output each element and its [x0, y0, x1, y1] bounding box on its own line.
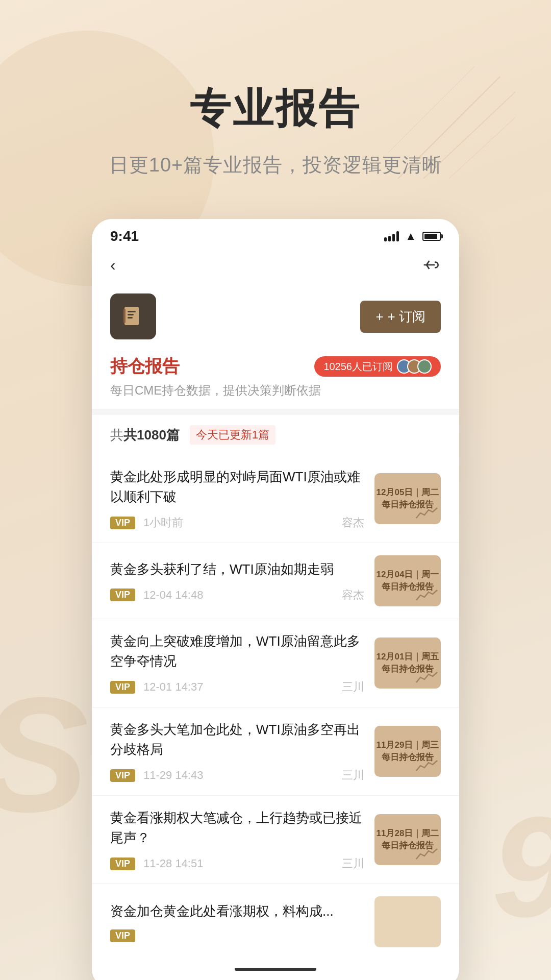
article-count: 共共1080篇	[110, 426, 180, 444]
article-author: 三川	[342, 679, 364, 695]
vip-badge: VIP	[110, 769, 135, 782]
article-author: 三川	[342, 768, 364, 783]
article-title: 资金加仓黄金此处看涨期权，料构成...	[110, 901, 364, 921]
article-content: 黄金多头大笔加仓此处，WTI原油多空再出分歧格局 VIP 11-29 14:43…	[110, 720, 364, 783]
subscriber-badge: 10256人已订阅	[314, 356, 441, 377]
article-time: 1小时前	[143, 515, 183, 530]
article-time: 12-01 14:37	[143, 680, 203, 694]
article-content: 黄金此处形成明显的对峙局面WTI原油或难以顺利下破 VIP 1小时前 容杰	[110, 467, 364, 530]
article-content: 黄金看涨期权大笔减仓，上行趋势或已接近尾声？ VIP 11-28 14:51 三…	[110, 808, 364, 871]
list-item[interactable]: 黄金多头获利了结，WTI原油如期走弱 VIP 12-04 14:48 容杰 12…	[92, 543, 459, 619]
article-thumbnail: 11月29日｜周三 每日持仓报告	[374, 726, 441, 777]
channel-info: 持仓报告 10256人已订阅 每日CME持仓数据，提供决策判断依据	[92, 350, 459, 409]
subscriber-avatars	[397, 359, 432, 374]
channel-description: 每日CME持仓数据，提供决策判断依据	[110, 382, 441, 399]
subscriber-count: 10256人已订阅	[323, 360, 393, 374]
article-time: 12-04 14:48	[143, 589, 203, 602]
avatar-3	[417, 359, 432, 374]
list-header: 共共1080篇 今天已更新1篇	[92, 415, 459, 455]
channel-icon	[110, 293, 156, 339]
update-badge: 今天已更新1篇	[190, 425, 276, 445]
article-author: 容杰	[342, 587, 364, 603]
article-content: 黄金多头获利了结，WTI原油如期走弱 VIP 12-04 14:48 容杰	[110, 559, 364, 603]
article-content: 黄金向上突破难度增加，WTI原油留意此多空争夺情况 VIP 12-01 14:3…	[110, 631, 364, 695]
vip-badge: VIP	[110, 929, 135, 942]
svg-rect-6	[128, 314, 134, 315]
status-icons: ▲	[384, 230, 441, 243]
article-thumbnail: 12月05日｜周二 每日持仓报告	[374, 473, 441, 524]
list-item[interactable]: 黄金此处形成明显的对峙局面WTI原油或难以顺利下破 VIP 1小时前 容杰 12…	[92, 455, 459, 543]
status-bar: 9:41 ▲	[92, 219, 459, 250]
channel-header: + + 订阅	[92, 283, 459, 350]
svg-rect-5	[128, 311, 136, 312]
page-main-title: 专业报告	[190, 82, 361, 137]
article-meta: VIP 12-04 14:48 容杰	[110, 587, 364, 603]
list-item[interactable]: 黄金看涨期权大笔减仓，上行趋势或已接近尾声？ VIP 11-28 14:51 三…	[92, 796, 459, 884]
subscribe-plus: +	[375, 309, 383, 325]
article-meta: VIP 11-29 14:43 三川	[110, 768, 364, 783]
page-subtitle: 日更10+篇专业报告，投资逻辑更清晰	[109, 152, 442, 178]
share-button[interactable]	[420, 255, 441, 275]
article-author: 容杰	[342, 515, 364, 530]
article-title: 黄金向上突破难度增加，WTI原油留意此多空争夺情况	[110, 631, 364, 671]
wifi-icon: ▲	[405, 230, 416, 243]
thumb-date: 12月05日｜周二	[377, 486, 439, 498]
thumb-date: 12月01日｜周五	[377, 651, 439, 663]
svg-rect-7	[128, 317, 133, 318]
channel-name: 持仓报告	[110, 355, 180, 378]
thumb-date: 11月29日｜周三	[377, 739, 439, 751]
status-time: 9:41	[110, 228, 139, 244]
article-list: 黄金此处形成明显的对峙局面WTI原油或难以顺利下破 VIP 1小时前 容杰 12…	[92, 455, 459, 960]
svg-rect-4	[124, 307, 139, 325]
battery-icon	[422, 232, 441, 241]
thumb-date: 12月04日｜周一	[377, 569, 439, 580]
subscribe-button[interactable]: + + 订阅	[360, 301, 441, 333]
article-thumbnail: 12月01日｜周五 每日持仓报告	[374, 638, 441, 689]
article-thumbnail	[374, 896, 441, 947]
article-meta: VIP 12-01 14:37 三川	[110, 679, 364, 695]
subscribe-label: + 订阅	[388, 308, 425, 326]
signal-icon	[384, 231, 399, 241]
article-thumbnail: 11月28日｜周二 每日持仓报告	[374, 814, 441, 865]
vip-badge: VIP	[110, 517, 135, 529]
article-meta: VIP 11-28 14:51 三川	[110, 856, 364, 871]
list-item[interactable]: 资金加仓黄金此处看涨期权，料构成... VIP	[92, 884, 459, 960]
svg-rect-8	[123, 309, 126, 323]
thumb-date: 11月28日｜周二	[377, 827, 439, 839]
article-meta: VIP 1小时前 容杰	[110, 515, 364, 530]
list-item[interactable]: 黄金向上突破难度增加，WTI原油留意此多空争夺情况 VIP 12-01 14:3…	[92, 619, 459, 707]
article-thumbnail: 12月04日｜周一 每日持仓报告	[374, 555, 441, 606]
bottom-indicator	[92, 960, 459, 979]
article-title: 黄金多头获利了结，WTI原油如期走弱	[110, 559, 364, 579]
article-title: 黄金看涨期权大笔减仓，上行趋势或已接近尾声？	[110, 808, 364, 848]
vip-badge: VIP	[110, 589, 135, 601]
article-meta: VIP	[110, 929, 364, 942]
vip-badge: VIP	[110, 857, 135, 870]
nav-bar: ‹	[92, 250, 459, 283]
back-button[interactable]: ‹	[110, 256, 116, 275]
article-title: 黄金多头大笔加仓此处，WTI原油多空再出分歧格局	[110, 720, 364, 760]
article-time: 11-29 14:43	[143, 769, 203, 782]
section-divider	[92, 409, 459, 415]
phone-mockup: 9:41 ▲ ‹	[92, 219, 459, 980]
home-indicator	[235, 968, 316, 971]
article-time: 11-28 14:51	[143, 857, 203, 870]
article-content: 资金加仓黄金此处看涨期权，料构成... VIP	[110, 901, 364, 942]
article-title: 黄金此处形成明显的对峙局面WTI原油或难以顺利下破	[110, 467, 364, 507]
article-author: 三川	[342, 856, 364, 871]
vip-badge: VIP	[110, 681, 135, 694]
list-item[interactable]: 黄金多头大笔加仓此处，WTI原油多空再出分歧格局 VIP 11-29 14:43…	[92, 707, 459, 796]
